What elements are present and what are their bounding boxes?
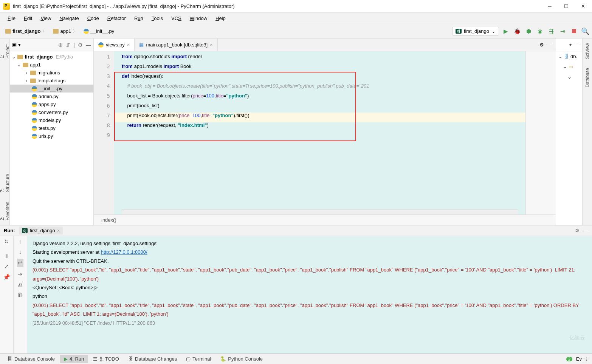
- scroll-button[interactable]: ⇥: [18, 271, 23, 278]
- python-icon: 🐍: [220, 356, 226, 362]
- rail-tab-structure[interactable]: 7: Structure: [0, 169, 12, 197]
- close-icon[interactable]: ×: [127, 42, 130, 48]
- tree-file-init[interactable]: __init__.py: [10, 85, 93, 93]
- project-tree[interactable]: ⌄ first_django E:\Pytho ⌄ app1 › migrati…: [10, 51, 93, 225]
- console-output[interactable]: Django version 2.2.2, using settings 'fi…: [27, 236, 592, 353]
- profile-button[interactable]: ◉: [536, 28, 544, 35]
- rail-tab-sciview[interactable]: SciView: [583, 39, 592, 63]
- sb-todo[interactable]: ☰ 6: TODO: [89, 355, 123, 363]
- sb-terminal[interactable]: ▢ Terminal: [182, 355, 215, 363]
- server-url-link[interactable]: http://127.0.0.1:8000/: [101, 249, 147, 255]
- layout-button[interactable]: ⫴: [5, 253, 8, 259]
- horizontal-scrollbar[interactable]: [122, 209, 518, 214]
- tree-file-models[interactable]: models.py: [10, 116, 93, 124]
- code-content[interactable]: from django.shortcuts import render from…: [114, 51, 525, 214]
- db-node[interactable]: ⌄🗄db.: [556, 51, 582, 62]
- stop-button[interactable]: [570, 28, 578, 35]
- minimap[interactable]: [525, 51, 556, 214]
- minimize-icon[interactable]: —: [583, 228, 588, 233]
- gear-icon[interactable]: ⚙: [78, 42, 83, 48]
- menu-file[interactable]: File: [4, 14, 19, 23]
- down-button[interactable]: ↓: [19, 248, 22, 255]
- add-icon[interactable]: +: [569, 42, 572, 48]
- sb-database-console[interactable]: 🗄 Database Console: [4, 355, 59, 363]
- menu-edit[interactable]: Edit: [20, 14, 36, 23]
- editor-settings[interactable]: ⚙ —: [535, 39, 556, 51]
- event-count-badge[interactable]: 2: [566, 357, 572, 361]
- rail-tab-favorites[interactable]: 2: Favorites: [0, 197, 12, 225]
- run-title: Run:: [4, 228, 15, 233]
- console-controls: ↑ ↓ ↩ ⇥ 🖨 🗑: [14, 236, 27, 353]
- project-view-selector[interactable]: ▣ ▾: [12, 42, 21, 48]
- tree-root[interactable]: ⌄ first_django E:\Pytho: [10, 53, 93, 61]
- database-icon: 🗄: [128, 356, 133, 362]
- crumb-app1[interactable]: app1〉: [51, 27, 80, 35]
- left-tool-rail: 1: Project 7: Structure 2: Favorites: [0, 39, 10, 225]
- coverage-button[interactable]: ⬢: [525, 28, 532, 35]
- statusbar: 🗄 Database Console ▶ 4: Run ☰ 6: TODO 🗄 …: [0, 353, 592, 364]
- expand-button[interactable]: ⤢: [4, 263, 9, 270]
- menu-navigate[interactable]: Navigate: [56, 14, 82, 23]
- code-editor[interactable]: 1 2 3 4 5 6 7 8 9 from django.shortcuts …: [94, 51, 556, 214]
- wrap-button[interactable]: ↩: [17, 259, 23, 267]
- sb-run[interactable]: ▶ 4: Run: [60, 355, 88, 363]
- minimize-button[interactable]: ─: [546, 3, 553, 10]
- menu-run[interactable]: Run: [130, 14, 147, 23]
- close-icon[interactable]: ×: [210, 42, 213, 48]
- expand-icon[interactable]: ⇵: [66, 42, 70, 48]
- minimize-icon[interactable]: —: [575, 42, 580, 48]
- python-file-icon: [32, 134, 37, 139]
- terminal-icon: ▢: [186, 356, 191, 362]
- crumb-first-django[interactable]: first_django〉: [3, 27, 49, 35]
- tree-file-urls[interactable]: urls.py: [10, 132, 93, 140]
- folder-icon: [17, 55, 23, 59]
- sb-python-console[interactable]: 🐍 Python Console: [216, 355, 267, 363]
- menu-icon[interactable]: ⫶: [586, 356, 588, 362]
- menu-help[interactable]: Help: [212, 14, 229, 23]
- debug-button[interactable]: 🐞: [513, 28, 521, 35]
- maximize-button[interactable]: ☐: [563, 3, 570, 10]
- attach-button[interactable]: ⇥: [559, 28, 566, 35]
- clear-button[interactable]: 🗑: [17, 292, 23, 298]
- event-log-label[interactable]: Ev: [576, 356, 582, 362]
- editor-tab-views[interactable]: views.py ×: [94, 39, 135, 51]
- gutter: 1 2 3 4 5 6 7 8 9: [94, 51, 114, 214]
- target-icon[interactable]: ⊕: [58, 42, 63, 48]
- print-button[interactable]: 🖨: [17, 281, 23, 288]
- tree-file-tests[interactable]: tests.py: [10, 124, 93, 132]
- rail-tab-project[interactable]: 1: Project: [0, 39, 12, 63]
- crumb-init-py[interactable]: __init__.py: [81, 28, 116, 35]
- db-child[interactable]: ⌄▭: [556, 62, 582, 72]
- gear-icon[interactable]: ⚙: [575, 228, 580, 233]
- search-everywhere-button[interactable]: 🔍: [581, 28, 589, 35]
- run-tab[interactable]: dj first_django ×: [19, 227, 63, 234]
- close-icon[interactable]: ×: [57, 228, 60, 233]
- tree-file-admin[interactable]: admin.py: [10, 93, 93, 100]
- sb-database-changes[interactable]: 🗄 Database Changes: [124, 355, 181, 363]
- db-chevron[interactable]: ⌄: [556, 72, 582, 82]
- minimize-panel-button[interactable]: —: [86, 42, 91, 48]
- rail-tab-database[interactable]: Database: [583, 63, 592, 92]
- up-button[interactable]: ↑: [19, 238, 22, 245]
- tree-file-converters[interactable]: converters.py: [10, 108, 93, 116]
- tree-app1[interactable]: ⌄ app1: [10, 61, 93, 69]
- concurrency-button[interactable]: ⇶: [547, 28, 555, 35]
- tree-migrations[interactable]: › migrations: [10, 69, 93, 77]
- menu-refactor[interactable]: Refactor: [104, 14, 130, 23]
- pin-button[interactable]: 📌: [3, 274, 10, 281]
- titlebar: first_django [E:\PythonProject\first_dja…: [0, 0, 592, 13]
- run-config-selector[interactable]: dj first_django ⌄: [452, 27, 499, 35]
- gear-icon: ⚙: [539, 42, 544, 48]
- menu-code[interactable]: Code: [84, 14, 103, 23]
- run-button[interactable]: ▶: [502, 28, 510, 35]
- editor-tab-db[interactable]: ▦ main.app1_book [db.sqlite3] ×: [135, 39, 217, 51]
- rerun-button[interactable]: ↻: [4, 238, 9, 245]
- menu-vcs[interactable]: VCS: [167, 14, 185, 23]
- menu-view[interactable]: View: [37, 14, 55, 23]
- menu-window[interactable]: Window: [186, 14, 211, 23]
- tree-file-apps[interactable]: apps.py: [10, 100, 93, 108]
- close-button[interactable]: ✕: [579, 3, 587, 10]
- tree-templatetags[interactable]: › templatetags: [10, 77, 93, 85]
- menu-tools[interactable]: Tools: [148, 14, 167, 23]
- editor-breadcrumb[interactable]: index(): [94, 214, 556, 225]
